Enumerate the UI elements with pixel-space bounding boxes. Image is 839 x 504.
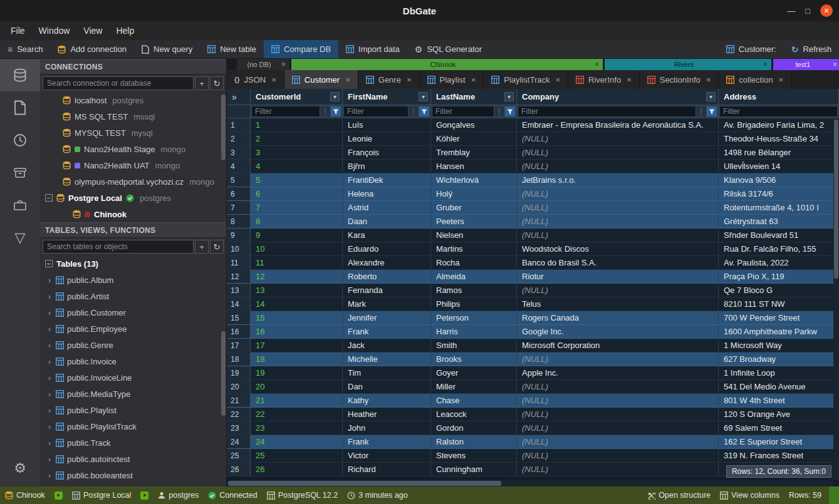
column-header-lastname[interactable]: LastName▾	[431, 89, 517, 105]
menu-view[interactable]: View	[76, 21, 109, 40]
add-connection-small-button[interactable]: +	[195, 76, 209, 90]
tab-group-rivers[interactable]: Rivers×	[605, 59, 771, 70]
cell-address[interactable]: Theodor-Heuss-Straße 34	[719, 132, 839, 145]
table-row[interactable]: 2222HeatherLeacock(NULL)120 S Orange Ave	[227, 408, 839, 421]
filter-input-customerid[interactable]	[251, 106, 320, 117]
cell-company[interactable]: (NULL)	[517, 380, 719, 393]
cell-lastname[interactable]: Ralston	[431, 435, 517, 448]
cell-firstname[interactable]: Roberto	[343, 270, 431, 283]
cell-lastname[interactable]: Peterson	[431, 311, 517, 324]
cell-customerid[interactable]: 16	[251, 325, 343, 338]
table-row[interactable]: 77AstridGruber(NULL)Rotenturmstraße 4, 1…	[227, 201, 839, 215]
chevron-right-icon[interactable]: ›	[46, 471, 53, 480]
menu-help[interactable]: Help	[109, 21, 141, 40]
cell-firstname[interactable]: Heather	[343, 408, 431, 421]
close-icon[interactable]: ×	[345, 75, 350, 85]
cell-firstname[interactable]: Michelle	[343, 352, 431, 366]
cell-lastname[interactable]: Smith	[431, 339, 517, 352]
table-row[interactable]: 2323JohnGordon(NULL)69 Salem Street	[227, 421, 839, 435]
connection-item-localhost[interactable]: localhostpostgres	[40, 92, 226, 108]
cell-lastname[interactable]: Cunningham	[431, 463, 517, 476]
cell-customerid[interactable]: 11	[251, 256, 343, 269]
close-icon[interactable]: ×	[556, 75, 561, 85]
connection-item-olympus-medportal-vychozi-cz[interactable]: olympus-medportal.vychozi.czmongo	[40, 173, 226, 190]
open-structure-button[interactable]: Open structure	[647, 491, 711, 500]
cell-address[interactable]: 319 N. Frances Street	[719, 449, 839, 462]
toolbar-import-data-button[interactable]: Import data	[338, 40, 407, 58]
cell-company[interactable]: (NULL)	[517, 449, 719, 462]
connection-item-mysql-test[interactable]: MYSQL TESTmysql	[40, 125, 226, 141]
cell-lastname[interactable]: Stevens	[431, 449, 517, 462]
table-row[interactable]: 1616FrankHarrisGoogle Inc.1600 Amphithea…	[227, 325, 839, 339]
table-item-public-album[interactable]: ›public.Album	[40, 272, 226, 288]
cell-address[interactable]: Rilská 3174/6	[719, 187, 839, 200]
cell-customerid[interactable]: 20	[251, 380, 343, 393]
cell-firstname[interactable]: Leonie	[343, 132, 431, 145]
cell-lastname[interactable]: Brooks	[431, 352, 517, 366]
cell-company[interactable]: Apple Inc.	[517, 366, 719, 379]
cell-address[interactable]: 8210 111 ST NW	[719, 297, 839, 311]
cell-customerid[interactable]: 25	[251, 449, 343, 462]
minimize-button[interactable]: —	[787, 7, 795, 15]
cell-firstname[interactable]: Daan	[343, 215, 431, 228]
grid-horizontal-scrollbar[interactable]	[227, 480, 833, 486]
archive-icon[interactable]	[0, 157, 40, 189]
connection-item-chinook[interactable]: Chinook	[40, 206, 226, 222]
table-row[interactable]: 1212RobertoAlmeidaRioturPraça Pio X, 119	[227, 270, 839, 284]
tab-riverinfo[interactable]: RiverInfo×	[568, 70, 640, 89]
cell-firstname[interactable]: Frank	[343, 325, 431, 338]
cell-address[interactable]: Sřnder Boulevard 51	[719, 229, 839, 242]
cell-customerid[interactable]: 1	[251, 118, 343, 131]
funnel-icon[interactable]	[331, 106, 341, 117]
cell-company[interactable]: (NULL)	[517, 187, 719, 200]
table-row[interactable]: 2121KathyChase(NULL)801 W 4th Street	[227, 394, 839, 408]
cell-lastname[interactable]: Martins	[431, 242, 517, 255]
cell-customerid[interactable]: 26	[251, 463, 343, 476]
cell-address[interactable]: Rua Dr. Falcão Filho, 155	[719, 242, 839, 255]
cell-firstname[interactable]: Frank	[343, 435, 431, 448]
close-icon[interactable]: ×	[271, 75, 276, 85]
table-row[interactable]: 1919TimGoyerApple Inc.1 Infinite Loop	[227, 366, 839, 380]
funnel-icon[interactable]	[505, 106, 516, 117]
files-icon[interactable]	[0, 91, 40, 124]
cell-customerid[interactable]: 6	[251, 187, 343, 200]
cell-customerid[interactable]: 12	[251, 270, 343, 283]
table-row[interactable]: 99KaraNielsen(NULL)Sřnder Boulevard 51	[227, 229, 839, 242]
cell-company[interactable]: (NULL)	[517, 463, 719, 476]
connections-scrollbar[interactable]	[221, 95, 226, 160]
cell-lastname[interactable]: Köhler	[431, 132, 517, 145]
cell-company[interactable]: (NULL)	[517, 408, 719, 421]
chevron-right-icon[interactable]: ›	[46, 308, 53, 317]
chevron-right-icon[interactable]: ›	[46, 455, 53, 464]
cell-firstname[interactable]: Kathy	[343, 394, 431, 407]
filter-icon[interactable]: ▽	[0, 222, 40, 254]
filter-menu-icon[interactable]: ⋮	[494, 106, 505, 117]
cell-company[interactable]: (NULL)	[517, 421, 719, 435]
tables-search-input[interactable]	[43, 240, 194, 254]
cell-address[interactable]: 69 Salem Street	[719, 421, 839, 435]
table-row[interactable]: 1111AlexandreRochaBanco do Brasil S.A.Av…	[227, 256, 839, 270]
tab-group-chinook[interactable]: Chinook×	[291, 59, 603, 70]
cell-customerid[interactable]: 14	[251, 297, 343, 311]
close-button[interactable]: ×	[820, 4, 833, 17]
cell-firstname[interactable]: Astrid	[343, 201, 431, 214]
cell-customerid[interactable]: 2	[251, 132, 343, 145]
cell-lastname[interactable]: Almeida	[431, 270, 517, 283]
cell-address[interactable]: 1 Infinite Loop	[719, 366, 839, 379]
cell-address[interactable]: 162 E Superior Street	[719, 435, 839, 448]
toolbar-sql-generator-button[interactable]: ⚙SQL Generator	[407, 40, 489, 58]
tab-customer[interactable]: Customer×	[284, 70, 358, 89]
cell-address[interactable]: Ullevĺlsveien 14	[719, 160, 839, 173]
table-item-public-playlisttrack[interactable]: ›public.PlaylistTrack	[40, 418, 226, 435]
tab-group-test1[interactable]: test1×	[773, 59, 839, 70]
cell-firstname[interactable]: Bjřrn	[343, 160, 431, 173]
connection-item-nano2health-stage[interactable]: Nano2Health Stagemongo	[40, 141, 226, 157]
cell-address[interactable]: 120 S Orange Ave	[719, 408, 839, 421]
table-row[interactable]: 2525VictorStevens(NULL)319 N. Frances St…	[227, 449, 839, 463]
table-row[interactable]: 22LeonieKöhler(NULL)Theodor-Heuss-Straße…	[227, 132, 839, 146]
chevron-down-icon[interactable]: ▾	[330, 92, 340, 101]
cell-customerid[interactable]: 10	[251, 242, 343, 255]
chevron-down-icon[interactable]: ▾	[419, 92, 428, 101]
connections-icon[interactable]	[0, 59, 40, 91]
cell-company[interactable]: JetBrains s.r.o.	[517, 173, 719, 187]
